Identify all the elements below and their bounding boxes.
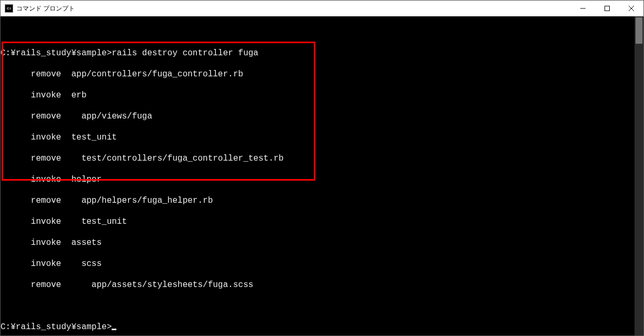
app-icon-label: C:\ <box>7 7 11 10</box>
output-line: invoke scss <box>1 259 635 269</box>
output-line: invoke test_unit <box>1 216 635 227</box>
app-icon: C:\ <box>5 4 13 13</box>
prompt-1: C:¥rails_study¥sample> <box>1 48 112 58</box>
close-icon <box>629 6 634 11</box>
maximize-button[interactable] <box>595 1 619 16</box>
command-1: rails destroy controller fuga <box>112 48 258 58</box>
blank-line <box>1 27 635 37</box>
output-line: invoke erb <box>1 90 635 101</box>
terminal-client-area: C:¥rails_study¥sample>rails destroy cont… <box>1 16 643 335</box>
output-line: remove test/controllers/fuga_controller_… <box>1 153 635 164</box>
close-button[interactable] <box>619 1 643 16</box>
output-line: remove app/controllers/fuga_controller.r… <box>1 69 635 80</box>
scrollbar-thumb[interactable] <box>636 17 642 44</box>
window-title: コマンド プロンプト <box>16 4 75 13</box>
maximize-icon <box>605 6 610 11</box>
output-line: invoke helper <box>1 174 635 185</box>
prompt-2: C:¥rails_study¥sample> <box>1 322 112 332</box>
vertical-scrollbar[interactable] <box>635 16 643 335</box>
command-line-1: C:¥rails_study¥sample>rails destroy cont… <box>1 48 635 58</box>
output-line: invoke assets <box>1 238 635 248</box>
output-line: invoke test_unit <box>1 132 635 143</box>
output-line: remove app/views/fuga <box>1 111 635 122</box>
svg-rect-1 <box>605 6 610 11</box>
output-line: remove app/assets/stylesheets/fuga.scss <box>1 280 635 290</box>
minimize-icon <box>580 6 586 11</box>
cursor <box>112 329 116 330</box>
command-line-2: C:¥rails_study¥sample> <box>1 322 635 332</box>
title-bar[interactable]: C:\ コマンド プロンプト <box>1 1 643 16</box>
blank-line <box>1 301 635 311</box>
window-frame: C:\ コマンド プロンプト C:¥rails_study¥sample>rai… <box>0 0 644 336</box>
output-line: remove app/helpers/fuga_helper.rb <box>1 195 635 206</box>
minimize-button[interactable] <box>571 1 595 16</box>
terminal-output[interactable]: C:¥rails_study¥sample>rails destroy cont… <box>1 16 635 335</box>
